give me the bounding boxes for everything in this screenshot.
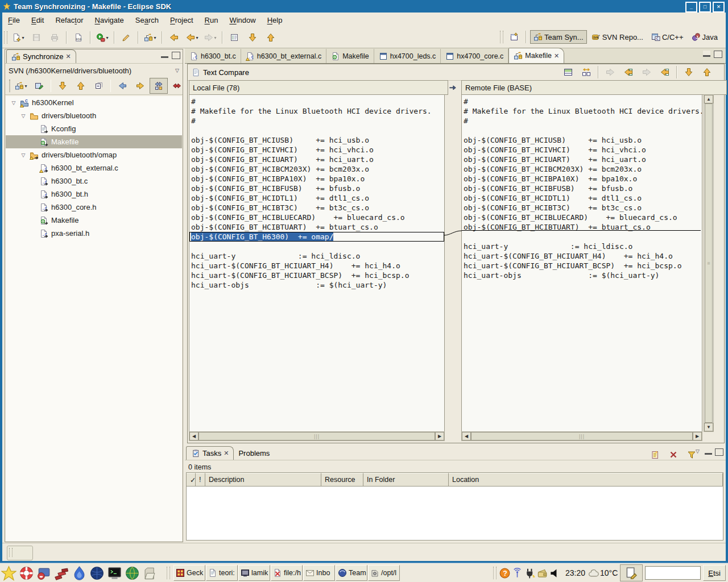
previous-difference-button[interactable] (698, 64, 716, 80)
perspective-c-c-[interactable]: CC/C++ (648, 30, 687, 44)
copy-current-left-button[interactable] (619, 64, 638, 80)
terminal-launcher[interactable] (106, 564, 123, 582)
open-perspective-button[interactable] (505, 29, 523, 45)
selected-code-text[interactable]: obj-$(CONFIG_BT_H6300) += omap/ (191, 232, 333, 241)
minimize-tasks-button[interactable] (705, 448, 712, 455)
help-orange-tray-icon[interactable]: ? (498, 567, 511, 579)
code-line[interactable]: obj-$(CONFIG_BT_HCIBTUART) += btuart_cs.… (189, 222, 444, 232)
perspective-java[interactable]: JJava (688, 30, 721, 44)
menu-refactor[interactable]: Refactor (49, 14, 89, 27)
code-line[interactable]: obj-$(CONFIG_BT_HCIUART) += hci_uart.o (462, 155, 702, 164)
dropdown-arrow-icon[interactable]: ▾ (196, 35, 198, 40)
column-header-complete[interactable]: ✓ (187, 473, 196, 487)
power-plug-tray-icon[interactable] (523, 567, 536, 579)
compare-right-pane[interactable]: ## Makefile for the Linux Bluetooth HCI … (461, 94, 702, 432)
code-line[interactable]: obj-$(CONFIG_BT_HCIBPA10X) += bpa10x.o (189, 174, 444, 184)
window-minimize-button[interactable]: _ (685, 2, 697, 13)
code-line[interactable]: # (462, 116, 702, 126)
search-input[interactable] (645, 566, 701, 580)
menu-window[interactable]: Window (224, 14, 261, 27)
volume-tray-icon[interactable] (548, 567, 561, 579)
view-menu-icon[interactable]: ▽ (696, 448, 700, 456)
notes-applet-button[interactable] (620, 564, 643, 581)
dropdown-arrow-icon[interactable]: ▾ (24, 84, 27, 89)
tree-item-makefile[interactable]: Makefile (6, 135, 182, 148)
wallet-tray-icon[interactable] (536, 567, 548, 579)
editor-tab-hx4700-leds-c-3[interactable]: hx4700_leds.c (374, 49, 441, 63)
wireless-tray-icon[interactable] (511, 567, 523, 579)
code-line[interactable]: obj-$(CONFIG_BT_HCIBT3C) += bt3c_cs.o (462, 203, 702, 213)
right-horizontal-scrollbar[interactable]: ◀ ||| ▶ (461, 431, 702, 441)
scroll-down-arrow[interactable]: ▼ (704, 423, 713, 431)
tab-synchronize[interactable]: Synchronize ✕ (6, 49, 76, 63)
copy-all-right-button[interactable] (601, 64, 619, 80)
add-task-button[interactable] (646, 447, 664, 463)
code-line[interactable]: hci_uart-$(CONFIG_BT_HCIUART_BCSP) += hc… (462, 261, 702, 271)
code-line[interactable]: hci_uart-$(CONFIG_BT_HCIUART_H4) += hci_… (462, 251, 702, 261)
code-line[interactable]: obj-$(CONFIG_BT_HCIUSB) += hci_usb.o (462, 135, 702, 145)
scroll-left-arrow[interactable]: ◀ (189, 432, 198, 440)
left-horizontal-scrollbar[interactable]: ◀ ||| ▶ (189, 431, 445, 441)
annotate-pen-button[interactable] (117, 30, 135, 45)
tree-item-h6300-bt-c[interactable]: .ch6300_bt.c (6, 174, 182, 188)
editor-tab-hx4700-core-c-4[interactable]: hx4700_core.c (441, 49, 508, 63)
tab-problems[interactable]: Problems (234, 447, 274, 460)
editor-tab-makefile-5[interactable]: Makefile✕ (508, 48, 564, 63)
scroll-up-arrow[interactable]: ▲ (704, 95, 713, 103)
code-line[interactable]: obj-$(CONFIG_BT_HCIBCM203X) += bcm203x.o (189, 164, 444, 174)
task-button--opt-l[interactable]: /opt/l (368, 565, 400, 581)
tree-item-h6300-bt-h[interactable]: .ch6300_bt.h (6, 188, 182, 201)
code-line[interactable]: obj-$(CONFIG_BT_HCIBPA10X) += bpa10x.o (462, 174, 702, 184)
window-maximize-button[interactable]: □ (699, 2, 711, 13)
code-line[interactable]: obj-$(CONFIG_BT_HCIBFUSB) += bfusb.o (189, 184, 444, 193)
menu-search[interactable]: Search (130, 14, 164, 27)
tree-item-h6300-bt-external-c[interactable]: .ch6300_bt_external.c (6, 161, 182, 174)
task-button-team[interactable]: Team (336, 565, 367, 581)
menu-edit[interactable]: Edit (26, 14, 49, 27)
horizontal-scroll-thumb[interactable]: ||| (471, 432, 693, 440)
editor-tab-h6300-bt-c-0[interactable]: .ch6300_bt.c (185, 49, 241, 63)
dropdown-arrow-icon[interactable]: ▾ (22, 35, 24, 40)
delete-task-button[interactable] (664, 447, 682, 463)
minimize-editor-button[interactable] (703, 51, 710, 57)
code-line[interactable]: obj-$(CONFIG_BT_HCIUSB) += hci_usb.o (189, 135, 444, 145)
editor-tab-makefile-2[interactable]: Makefile (326, 49, 374, 63)
tree-item-kconfig[interactable]: Kconfig (6, 122, 182, 135)
back-history-button[interactable]: ▾ (183, 30, 201, 45)
prev-annotation-button[interactable] (262, 30, 280, 45)
new-wizard-button[interactable]: ▾ (9, 30, 27, 45)
code-line[interactable]: # (462, 97, 702, 106)
chevron-down-icon[interactable]: ▽ (175, 68, 179, 73)
run-external-tools-button[interactable]: ▾ (93, 30, 111, 45)
print-button[interactable] (46, 30, 64, 45)
tree-item-drivers-bluetooth[interactable]: ▽drivers/bluetooth (6, 109, 182, 122)
editor-tab-h6300-bt-external-c-1[interactable]: .ch6300_bt_external.c (241, 49, 326, 63)
folder-launcher-launcher[interactable] (141, 564, 159, 582)
menu-navigate[interactable]: Navigate (89, 14, 130, 27)
tree-item-h6300-core-h[interactable]: .ch6300_core.h (6, 201, 182, 214)
code-line[interactable]: obj-$(CONFIG_BT_HCIBT3C) += bt3c_cs.o (189, 203, 444, 213)
conflicts-mode-button[interactable] (168, 78, 186, 94)
world-browser-launcher[interactable] (123, 564, 141, 582)
maximize-view-button[interactable] (172, 52, 180, 59)
code-line[interactable]: obj-$(CONFIG_BT_H6300) += omap/ (189, 232, 444, 242)
menu-file[interactable]: File (2, 14, 26, 27)
synchronize-button[interactable]: ▾ (12, 78, 30, 94)
code-line[interactable]: obj-$(CONFIG_BT_HCIDTL1) += dtl1_cs.o (189, 193, 444, 203)
binary-file-button[interactable]: 010 (69, 30, 88, 45)
konqueror-flame-launcher[interactable] (71, 564, 88, 582)
task-button-file-h[interactable]: file:/h (271, 565, 303, 581)
next-annotation-button[interactable] (243, 30, 262, 45)
expander-icon[interactable]: ▽ (20, 113, 27, 119)
scroll-left-arrow[interactable]: ◀ (462, 432, 471, 440)
incoming-mode-button[interactable] (113, 78, 131, 94)
copy-current-right-button[interactable] (638, 64, 656, 80)
forward-history-button[interactable]: ▾ (201, 30, 220, 45)
books-launcher[interactable] (53, 564, 71, 582)
code-line[interactable]: obj-$(CONFIG_BT_HCIVHCI) += hci_vhci.o (189, 145, 444, 155)
code-line[interactable]: obj-$(CONFIG_BT_HCIBCM203X) += bcm203x.o (462, 164, 702, 174)
task-button-geck[interactable]: Geck (173, 565, 205, 581)
next-difference-button[interactable] (680, 64, 698, 80)
column-header-location[interactable]: Location (449, 473, 723, 487)
scroll-right-arrow[interactable]: ▶ (693, 432, 702, 440)
